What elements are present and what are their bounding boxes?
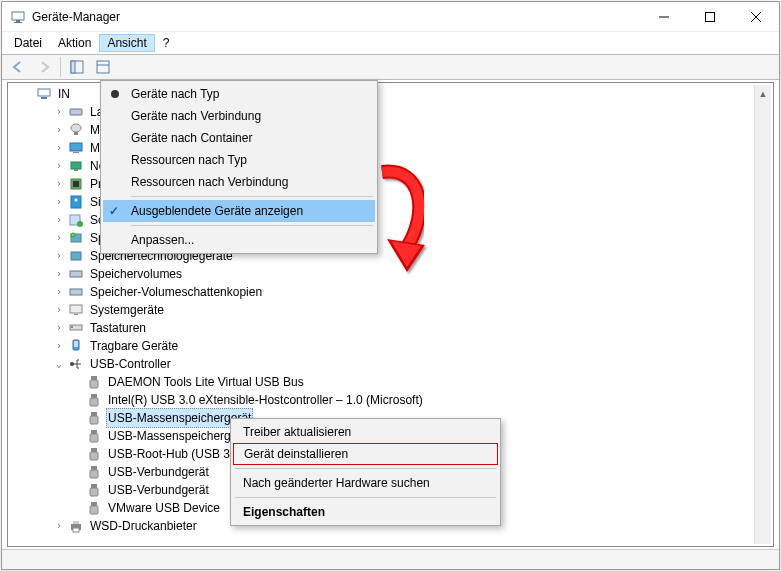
ctx-uninstall-device[interactable]: Gerät deinstallieren <box>233 443 498 465</box>
category-icon <box>68 212 84 228</box>
svg-rect-14 <box>41 97 47 99</box>
svg-rect-24 <box>71 196 81 208</box>
scroll-up-icon[interactable]: ▲ <box>755 85 771 102</box>
maximize-button[interactable] <box>687 2 733 32</box>
svg-rect-57 <box>73 521 79 524</box>
svg-rect-19 <box>73 152 79 153</box>
toolbar-btn-2[interactable] <box>91 56 115 78</box>
svg-rect-40 <box>91 376 97 380</box>
tree-item-label: Systemgeräte <box>88 301 166 319</box>
menu-separator <box>131 196 373 197</box>
tree-item-label: USB-Verbundgerät <box>106 463 211 481</box>
svg-rect-38 <box>74 341 78 347</box>
svg-point-27 <box>77 221 83 227</box>
ctx-properties[interactable]: Eigenschaften <box>233 501 498 523</box>
chevron-right-icon[interactable]: › <box>52 337 66 355</box>
menu-help[interactable]: ? <box>155 34 178 52</box>
chevron-right-icon[interactable]: › <box>52 265 66 283</box>
svg-rect-58 <box>73 528 79 532</box>
dd-customize[interactable]: Anpassen... <box>103 229 375 251</box>
svg-rect-50 <box>91 466 97 470</box>
usb-device-icon <box>86 446 102 462</box>
svg-rect-2 <box>14 22 22 23</box>
dd-devices-by-type[interactable]: Geräte nach Typ <box>103 83 375 105</box>
chevron-right-icon[interactable]: › <box>52 193 66 211</box>
window: Geräte-Manager Datei Aktion Ansicht ? Ge… <box>1 1 780 570</box>
tree-item[interactable]: ›Tastaturen <box>16 319 425 337</box>
chevron-right-icon[interactable]: › <box>52 319 66 337</box>
tree-item-usb-controller[interactable]: ⌄ USB-Controller <box>16 355 425 373</box>
menu-view[interactable]: Ansicht <box>99 34 154 52</box>
dd-show-hidden[interactable]: ✓Ausgeblendete Geräte anzeigen <box>103 200 375 222</box>
chevron-right-icon[interactable]: › <box>52 121 66 139</box>
svg-rect-43 <box>90 398 98 406</box>
chevron-right-icon[interactable]: › <box>52 139 66 157</box>
tree-item[interactable]: ›Systemgeräte <box>16 301 425 319</box>
vertical-scrollbar[interactable]: ▲ <box>754 85 771 544</box>
menu-file[interactable]: Datei <box>6 34 50 52</box>
dd-resources-by-connection[interactable]: Ressourcen nach Verbindung <box>103 171 375 193</box>
svg-rect-21 <box>74 169 78 171</box>
tree-item-usb-child[interactable]: DAEMON Tools Lite Virtual USB Bus <box>16 373 425 391</box>
svg-rect-8 <box>71 61 75 73</box>
menu-action[interactable]: Aktion <box>50 34 99 52</box>
category-icon <box>68 302 84 318</box>
close-button[interactable] <box>733 2 779 32</box>
chevron-right-icon[interactable]: › <box>52 211 66 229</box>
chevron-right-icon[interactable]: › <box>52 247 66 265</box>
dd-devices-by-connection[interactable]: Geräte nach Verbindung <box>103 105 375 127</box>
chevron-right-icon[interactable]: › <box>52 175 66 193</box>
usb-device-icon <box>86 428 102 444</box>
usb-device-icon <box>86 500 102 516</box>
menu-separator <box>131 225 373 226</box>
svg-rect-20 <box>71 162 81 169</box>
category-icon <box>68 230 84 246</box>
tree-item[interactable]: ›Speicher-Volumeschattenkopien <box>16 283 425 301</box>
tree-item-label: USB-Root-Hub (USB 3.0) <box>106 445 246 463</box>
usb-device-icon <box>86 410 102 426</box>
svg-rect-34 <box>74 314 78 315</box>
forward-button[interactable] <box>32 56 56 78</box>
svg-rect-53 <box>90 488 98 496</box>
category-icon <box>68 140 84 156</box>
app-icon <box>10 9 26 25</box>
svg-rect-49 <box>90 452 98 460</box>
tree-item[interactable]: ›Speichervolumes <box>16 265 425 283</box>
status-bar <box>2 549 779 569</box>
svg-rect-13 <box>38 89 50 96</box>
dd-resources-by-type[interactable]: Ressourcen nach Typ <box>103 149 375 171</box>
menubar: Datei Aktion Ansicht ? <box>2 32 779 54</box>
tree-item[interactable]: ›Tragbare Geräte <box>16 337 425 355</box>
chevron-right-icon[interactable]: › <box>52 157 66 175</box>
chevron-right-icon[interactable]: › <box>52 517 66 535</box>
category-icon <box>68 284 84 300</box>
toolbar-btn-1[interactable] <box>65 56 89 78</box>
titlebar: Geräte-Manager <box>2 2 779 32</box>
svg-rect-33 <box>70 305 82 313</box>
category-icon <box>68 338 84 354</box>
svg-rect-51 <box>90 470 98 478</box>
chevron-right-icon[interactable]: › <box>52 229 66 247</box>
chevron-down-icon[interactable]: ⌄ <box>52 355 66 373</box>
bullet-icon <box>111 90 119 98</box>
svg-rect-42 <box>91 394 97 398</box>
view-dropdown: Geräte nach Typ Geräte nach Verbindung G… <box>100 80 378 254</box>
tree-item-label: Speichervolumes <box>88 265 184 283</box>
context-menu: Treiber aktualisieren Gerät deinstallier… <box>230 418 501 526</box>
chevron-right-icon[interactable]: › <box>52 103 66 121</box>
back-button[interactable] <box>6 56 30 78</box>
minimize-button[interactable] <box>641 2 687 32</box>
svg-rect-9 <box>97 61 109 73</box>
category-icon <box>68 104 84 120</box>
chevron-right-icon[interactable]: › <box>52 283 66 301</box>
svg-rect-46 <box>91 430 97 434</box>
ctx-update-driver[interactable]: Treiber aktualisieren <box>233 421 498 443</box>
usb-icon <box>68 356 84 372</box>
dd-devices-by-container[interactable]: Geräte nach Container <box>103 127 375 149</box>
tree-item-usb-child[interactable]: Intel(R) USB 3.0 eXtensible-Hostcontroll… <box>16 391 425 409</box>
menu-separator <box>235 497 496 498</box>
svg-rect-41 <box>90 380 98 388</box>
category-icon <box>68 266 84 282</box>
chevron-right-icon[interactable]: › <box>52 301 66 319</box>
ctx-scan-hardware[interactable]: Nach geänderter Hardware suchen <box>233 472 498 494</box>
